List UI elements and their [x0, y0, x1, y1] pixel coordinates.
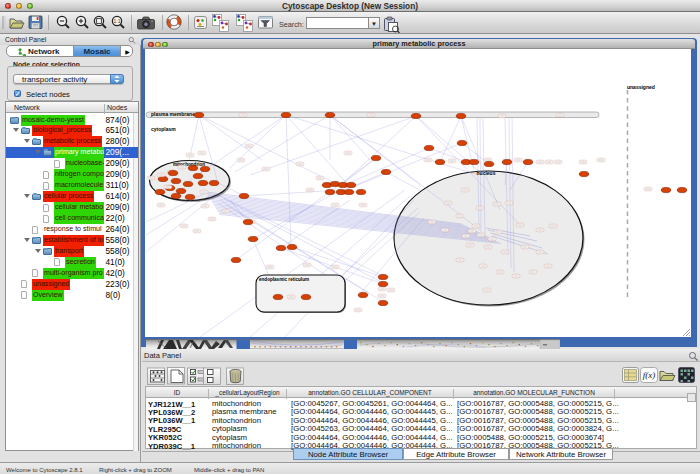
- svg-text:unassigned: unassigned: [627, 84, 655, 90]
- svg-text:f(x): f(x): [643, 370, 656, 380]
- svg-text:endoplasmic reticulum: endoplasmic reticulum: [259, 277, 309, 282]
- svg-text:plasma membrane: plasma membrane: [151, 111, 195, 117]
- svg-text:1:1: 1:1: [114, 18, 121, 24]
- svg-text:nucleus: nucleus: [477, 170, 496, 176]
- svg-text:cytoplasm: cytoplasm: [151, 126, 176, 132]
- svg-text:mitochondrion: mitochondrion: [173, 162, 205, 167]
